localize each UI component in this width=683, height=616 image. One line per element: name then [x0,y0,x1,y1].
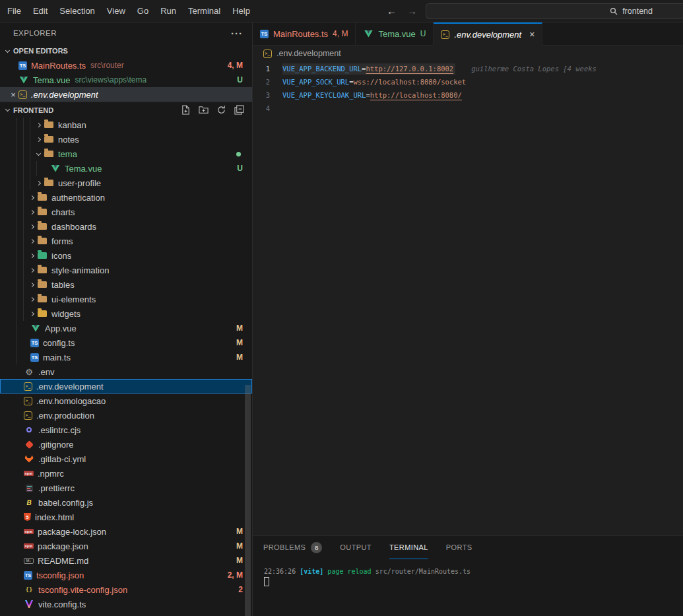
env-value[interactable]: http://localhost:8080/ [370,91,462,99]
open-editor-Tema.vue[interactable]: Tema.vuesrc\views\apps\temaU [0,73,252,87]
tree-item-.env[interactable]: ⚙ .env [0,364,252,379]
menu-item-go[interactable]: Go [131,0,154,22]
tree-item-config.ts[interactable]: TS config.tsM [0,335,252,350]
close-icon[interactable]: × [8,90,18,100]
tree-item-tema[interactable]: tema [0,147,252,161]
panel-tab-problems[interactable]: PROBLEMS8 [263,536,322,559]
indent-guide [30,118,30,132]
tree-item-forms[interactable]: forms [0,234,252,248]
tree-item-charts[interactable]: charts [0,205,252,219]
tab-MainRoutes.ts[interactable]: TSMainRoutes.ts4, M [253,22,356,45]
tree-item-kanban[interactable]: kanban [0,118,252,132]
tree-item-.prettierrc[interactable]: .prettierrc [0,481,252,495]
tree-item-dashboards[interactable]: dashboards [0,219,252,234]
vue-icon [50,163,61,174]
env-value[interactable]: http://127.0.0.1:8002 [366,65,453,73]
tree-item-.gitlab-ci.yml[interactable]: .gitlab-ci.yml [0,452,252,466]
code-line-1[interactable]: 1VUE_APP_BACKEND_URL=http://127.0.0.1:80… [253,62,683,75]
back-icon[interactable]: ← [387,5,397,17]
chevron-right-icon [29,282,34,287]
indent-guide [16,132,17,147]
tree-item-tsconfig.vite-config.json[interactable]: {} tsconfig.vite-config.json2 [0,582,252,597]
tree-item-ui-elements[interactable]: ui-elements [0,292,252,306]
indent-guide [16,219,17,234]
indent-guide [23,118,24,132]
menu-item-help[interactable]: Help [226,0,256,22]
file-name: tables [51,280,75,290]
open-editor-MainRoutes.ts[interactable]: TSMainRoutes.tssrc\router4, M [0,58,252,73]
tree-item-.env.development[interactable]: >_ .env.development [0,379,252,394]
indent-guide [16,292,17,306]
tree-item-style-animation[interactable]: style-animation [0,263,252,277]
tree-item-notes[interactable]: notes [0,132,252,147]
panel-tab-output[interactable]: OUTPUT [340,536,372,559]
folder-icon [44,178,54,188]
code-line-4[interactable]: 4 [253,102,683,115]
indent-guide [23,161,24,176]
chevron-right-icon [29,224,34,228]
prettier-icon [24,483,34,493]
breadcrumb[interactable]: >_ .env.development [253,46,683,61]
tree-item-README.md[interactable]: M↓ README.mdM [0,553,252,568]
tab-.env.development[interactable]: >_.env.development× [434,22,542,46]
tree-item-index.html[interactable]: 5 index.html [0,510,252,524]
terminal[interactable]: 22:36:26 [vite] page reload src/router/M… [253,559,683,588]
tree-item-.npmrc[interactable]: npm .npmrc [0,466,252,481]
code-line-3[interactable]: 3VUE_APP_KEYCLOAK_URL=http://localhost:8… [253,88,683,102]
menu-item-terminal[interactable]: Terminal [182,0,226,22]
tree-item-tsconfig.json[interactable]: TS tsconfig.json2, M [0,568,252,582]
open-editor-.env.development[interactable]: ×>_.env.development [0,87,252,102]
indent-guide [23,248,24,263]
collapse-all-icon[interactable] [234,105,244,115]
tree-item-.env.production[interactable]: >_ .env.production [0,408,252,423]
file-name: Tema.vue [33,75,70,85]
indent-guide [16,118,17,132]
forward-icon[interactable]: → [407,5,417,17]
command-center[interactable]: frontend [426,3,683,19]
tree-item-package.json[interactable]: npm package.jsonM [0,539,252,553]
log-event: page reload [327,568,371,575]
sidebar-scrollbar[interactable] [245,385,251,616]
close-icon[interactable]: × [529,29,535,40]
menu-item-view[interactable]: View [101,0,131,22]
tab-Tema.vue[interactable]: Tema.vueU [356,22,434,45]
tree-item-.gitignore[interactable]: .gitignore [0,437,252,452]
menu-item-selection[interactable]: Selection [53,0,100,22]
tree-item-App.vue[interactable]: App.vueM [0,321,252,335]
new-folder-icon[interactable] [199,105,209,115]
tree-item-.env.homologacao[interactable]: >_ .env.homologacao [0,394,252,408]
panel-tab-ports[interactable]: PORTS [446,536,472,559]
new-file-icon[interactable] [181,105,191,115]
refresh-icon[interactable] [216,105,226,115]
tree-item-vite.config.ts[interactable]: vite.config.ts [0,597,252,611]
menu-item-run[interactable]: Run [154,0,182,22]
tree-item-user-profile[interactable]: user-profile [0,176,252,190]
tree-item-icons[interactable]: icons [0,248,252,263]
panel-tab-terminal[interactable]: TERMINAL [389,536,428,559]
tree-item-package-lock.json[interactable]: npm package-lock.jsonM [0,524,252,539]
code-line-2[interactable]: 2VUE_APP_SOCK_URL=wss://localhost:8080/s… [253,75,683,88]
chevron-right-icon [36,122,40,127]
git-status-badge: M [236,324,252,333]
tree-item-main.ts[interactable]: TS main.tsM [0,350,252,364]
tree-item-babel.config.js[interactable]: B babel.config.js [0,495,252,510]
file-name: App.vue [45,324,77,333]
indent-guide [30,176,30,190]
tree-item-tables[interactable]: tables [0,277,252,292]
chevron-right-icon [29,195,34,199]
tree-item-Tema.vue[interactable]: Tema.vueU [0,161,252,176]
workbench: EXPLORER ··· OPEN EDITORS TSMainRoutes.t… [0,22,683,616]
folder-icon [37,265,48,275]
menu-item-file[interactable]: File [1,0,27,22]
terminal-cursor [264,577,269,586]
folder-icon [37,192,48,203]
frontend-section-header[interactable]: FRONTEND [0,102,252,118]
open-editors-header[interactable]: OPEN EDITORS [0,44,252,58]
menu-item-edit[interactable]: Edit [27,0,53,22]
tree-item-.eslintrc.cjs[interactable]: .eslintrc.cjs [0,423,252,437]
tree-item-authentication[interactable]: authentication [0,190,252,205]
tree-item-widgets[interactable]: widgets [0,306,252,321]
more-actions-icon[interactable]: ··· [231,28,243,39]
code-editor[interactable]: 1VUE_APP_BACKEND_URL=http://127.0.0.1:80… [253,61,683,535]
indent-guide [23,219,24,234]
